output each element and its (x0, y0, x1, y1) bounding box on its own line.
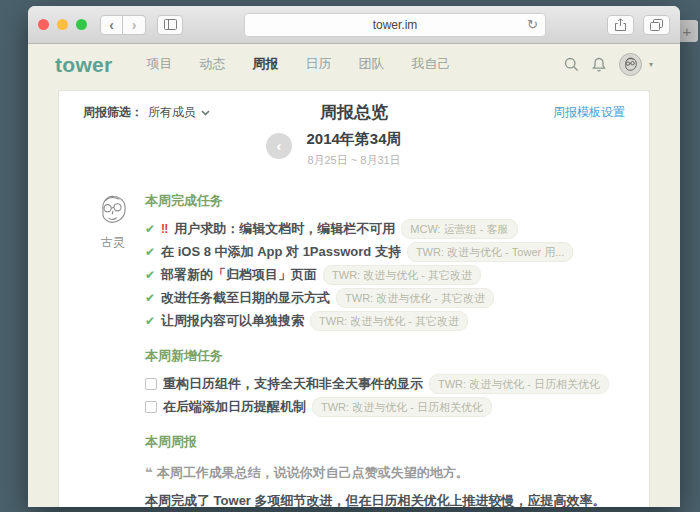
task-tag[interactable]: TWR: 改进与优化 - 其它改进 (310, 311, 468, 331)
weekly-report-card: 周报筛选： 所有成员 周报总览 周报模板设置 ‹ 2014年第34周 8月25日… (58, 90, 650, 507)
nav-calendar[interactable]: 日历 (306, 55, 332, 73)
sidebar-icon[interactable] (157, 15, 183, 35)
check-icon[interactable]: ✔ (145, 313, 155, 329)
section-heading-added: 本周新增任务 (145, 347, 625, 365)
member-block: 古灵 (89, 192, 137, 251)
urgent-flag-icon: ‼ (161, 221, 168, 237)
check-icon[interactable]: ✔ (145, 244, 155, 260)
task-item: 重构日历组件，支持全天和非全天事件的显示 TWR: 改进与优化 - 日历相关优化 (145, 374, 625, 394)
report-answer: 本周完成了 Tower 多项细节改进，但在日历相关优化上推进较慢，应提高效率。 (145, 492, 625, 507)
task-text[interactable]: 改进任务截至日期的显示方式 (161, 290, 330, 306)
member-name[interactable]: 古灵 (89, 234, 137, 251)
task-tag[interactable]: MCW: 运营组 - 客服 (401, 219, 517, 239)
main-nav: 项目 动态 周报 日历 团队 我自己 (147, 55, 451, 73)
question-text: 本周工作成果总结，说说你对自己点赞或失望的地方。 (157, 465, 469, 480)
url-bar-area: tower.im ↻ (190, 13, 600, 37)
tab-overview-icon[interactable] (643, 15, 670, 35)
check-icon[interactable]: ✔ (145, 221, 155, 237)
page-title: 周报总览 (320, 104, 388, 123)
site-header: tower 项目 动态 周报 日历 团队 我自己 ▾ (28, 44, 680, 84)
check-icon[interactable]: ✔ (145, 290, 155, 306)
task-item: ✔ 部署新的「归档项目」页面 TWR: 改进与优化 - 其它改进 (145, 265, 625, 285)
check-icon[interactable]: ✔ (145, 267, 155, 283)
zoom-window-button[interactable] (76, 19, 87, 30)
week-date-range: 8月25日 ~ 8月31日 (83, 153, 625, 168)
filter-chevron-down-icon (201, 110, 210, 116)
task-tag[interactable]: TWR: 改进与优化 - 其它改进 (323, 265, 481, 285)
task-text[interactable]: 在 iOS 8 中添加 App 对 1Password 支持 (161, 244, 401, 260)
address-bar[interactable]: tower.im ↻ (244, 13, 546, 37)
task-text[interactable]: 用户求助：编辑文档时，编辑栏不可用 (174, 221, 395, 237)
user-avatar[interactable] (619, 53, 642, 76)
report-template-settings-link[interactable]: 周报模板设置 (553, 104, 625, 121)
forward-button[interactable]: › (123, 15, 146, 35)
task-tag[interactable]: TWR: 改进与优化 - 日历相关优化 (429, 374, 609, 394)
browser-toolbar: ‹ › tower.im ↻ (28, 6, 680, 44)
report-question: ❝本周工作成果总结，说说你对自己点赞或失望的地方。 (145, 464, 625, 482)
section-heading-completed: 本周完成任务 (145, 192, 625, 210)
quote-icon: ❝ (145, 465, 153, 480)
window-controls (38, 19, 87, 30)
account-caret-down-icon[interactable]: ▾ (649, 60, 653, 69)
browser-window: ‹ › tower.im ↻ tower 项目 动态 周报 日历 (28, 6, 680, 507)
card-header: 周报筛选： 所有成员 周报总览 周报模板设置 (83, 104, 625, 123)
filter-value[interactable]: 所有成员 (148, 104, 196, 121)
previous-week-button[interactable]: ‹ (266, 133, 292, 159)
minimize-window-button[interactable] (57, 19, 68, 30)
task-item: ✔ 改进任务截至日期的显示方式 TWR: 改进与优化 - 其它改进 (145, 288, 625, 308)
nav-team[interactable]: 团队 (359, 55, 385, 73)
notifications-bell-icon[interactable] (592, 57, 606, 72)
task-tag[interactable]: TWR: 改进与优化 - 其它改进 (336, 288, 494, 308)
task-item: ✔ 在 iOS 8 中添加 App 对 1Password 支持 TWR: 改进… (145, 242, 625, 262)
header-icons: ▾ (564, 53, 653, 76)
page-area: 周报筛选： 所有成员 周报总览 周报模板设置 ‹ 2014年第34周 8月25日… (28, 84, 680, 507)
report-filter[interactable]: 周报筛选： 所有成员 (83, 104, 320, 121)
history-nav: ‹ › (100, 15, 146, 35)
task-tag[interactable]: TWR: 改进与优化 - 日历相关优化 (312, 397, 492, 417)
member-avatar[interactable] (95, 192, 131, 228)
tower-logo[interactable]: tower (55, 54, 113, 75)
close-window-button[interactable] (38, 19, 49, 30)
week-title: 2014年第34周 (83, 130, 625, 149)
task-text[interactable]: 部署新的「归档项目」页面 (161, 267, 317, 283)
task-item: ✔ ‼ 用户求助：编辑文档时，编辑栏不可用 MCW: 运营组 - 客服 (145, 219, 625, 239)
filter-label: 周报筛选： (83, 104, 143, 121)
week-navigation: ‹ 2014年第34周 8月25日 ~ 8月31日 (83, 130, 625, 168)
site-content: tower 项目 动态 周报 日历 团队 我自己 ▾ (28, 44, 680, 507)
task-text[interactable]: 重构日历组件，支持全天和非全天事件的显示 (163, 376, 423, 392)
task-text[interactable]: 让周报内容可以单独搜索 (161, 313, 304, 329)
task-item: 在后端添加日历提醒机制 TWR: 改进与优化 - 日历相关优化 (145, 397, 625, 417)
section-heading-report: 本周周报 (145, 433, 625, 451)
back-button[interactable]: ‹ (100, 15, 123, 35)
nav-projects[interactable]: 项目 (147, 55, 173, 73)
url-text: tower.im (373, 18, 418, 32)
checkbox-icon[interactable] (145, 378, 157, 390)
share-icon[interactable] (607, 15, 634, 35)
nav-myself[interactable]: 我自己 (412, 55, 451, 73)
search-icon[interactable] (564, 57, 579, 72)
refresh-icon[interactable]: ↻ (527, 18, 538, 31)
nav-weekly-reports[interactable]: 周报 (253, 55, 279, 73)
nav-activity[interactable]: 动态 (200, 55, 226, 73)
task-tag[interactable]: TWR: 改进与优化 - Tower 用... (407, 242, 574, 262)
task-text[interactable]: 在后端添加日历提醒机制 (163, 399, 306, 415)
checkbox-icon[interactable] (145, 401, 157, 413)
member-report: 古灵 本周完成任务 ✔ ‼ 用户求助：编辑文档时，编辑栏不可用 MCW: 运营组… (83, 192, 625, 507)
task-item: ✔ 让周报内容可以单独搜索 TWR: 改进与优化 - 其它改进 (145, 311, 625, 331)
